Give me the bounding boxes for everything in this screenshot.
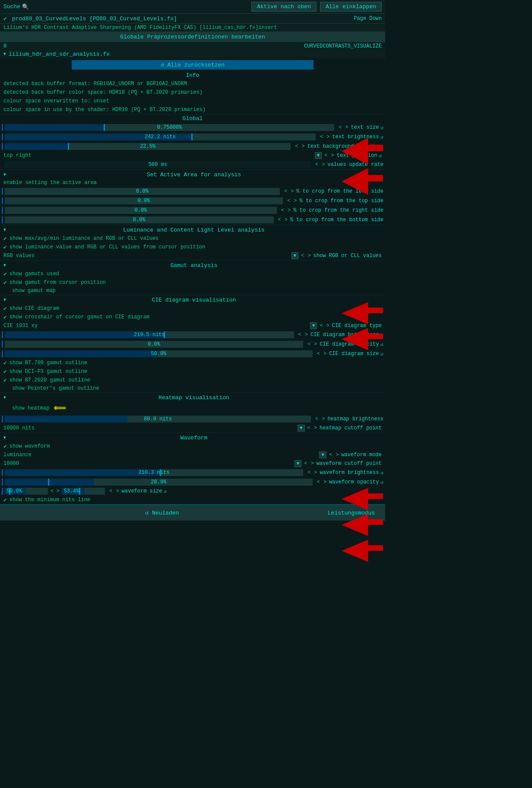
waveform-opacity-increase[interactable]: > (323, 479, 327, 485)
waveform-cutoff-value: 10000 (3, 461, 19, 467)
cie-brightness-decrease[interactable]: < (298, 332, 302, 338)
crop-top-track[interactable]: 0.0% (5, 197, 283, 204)
waveform-size-ctrl-decrease[interactable]: < (108, 488, 113, 494)
text-bg-decrease[interactable]: < (294, 143, 299, 149)
waveform-cutoff-dropdown[interactable]: ▼ (294, 460, 302, 467)
cie-brightness-increase[interactable]: > (304, 332, 309, 338)
heatmap-brightness-decrease[interactable]: < (314, 416, 319, 422)
performance-button[interactable]: Leistungsmodus (321, 508, 382, 518)
crop-bottom-decrease[interactable]: < (277, 217, 282, 223)
waveform-size-ctrl-increase[interactable]: > (115, 488, 120, 494)
text-bg-reset[interactable]: ↺ (380, 144, 383, 149)
crop-top-decrease[interactable]: < (286, 198, 291, 204)
dcip3-row: ✔ show DCI-P3 gamut outline (0, 367, 385, 376)
text-position-increase[interactable]: > (330, 153, 335, 159)
text-brightness-reset[interactable]: ↺ (380, 134, 383, 140)
active-top-button[interactable]: Aktive nach oben (251, 2, 317, 12)
enable-active-area-row: enable setting the active area (0, 179, 385, 187)
rgb-decrease[interactable]: < (300, 253, 305, 259)
crop-left-increase[interactable]: > (290, 188, 294, 194)
cie-brightness-reset[interactable]: ↺ (380, 332, 383, 338)
waveform-header-row: ▼ Waveform (0, 434, 385, 442)
reload-button[interactable]: ↺ Neuladen (3, 508, 321, 518)
text-position-reset[interactable]: ↺ (379, 153, 382, 159)
text-size-track[interactable]: 0.75000% (5, 124, 334, 131)
waveform-opacity-decrease[interactable]: < (316, 479, 321, 485)
file-title: ✔ prod80_03_CurvedLevels [PD80_03_Curved… (3, 15, 177, 22)
heatmap-brightness-increase[interactable]: > (321, 416, 326, 422)
text-bg-label: text background opacity (307, 143, 379, 149)
waveform-brightness-decrease[interactable]: < (307, 470, 311, 476)
text-bg-opacity-row: 22.5% < > text background opacity ↺ (0, 142, 385, 151)
waveform-header: Waveform (6, 435, 382, 441)
bottom-bar: ↺ Neuladen Leistungsmodus (0, 504, 385, 521)
heatmap-cutoff-decrease[interactable]: < (307, 425, 311, 431)
text-position-dropdown[interactable]: ▼ (315, 152, 322, 159)
waveform-mode-decrease[interactable]: < (328, 452, 333, 458)
text-position-decrease[interactable]: < (323, 153, 328, 159)
heatmap-cutoff-dropdown[interactable]: ▼ (298, 425, 305, 432)
waveform-opacity-controls: < > waveform opacity ↺ (316, 479, 383, 485)
waveform-mode-increase[interactable]: > (335, 452, 339, 458)
crop-left-track[interactable]: 0.0% (5, 188, 280, 195)
cie-opacity-decrease[interactable]: < (307, 341, 311, 347)
waveform-size-decrease[interactable]: < (50, 488, 54, 494)
waveform-size-left-track[interactable]: 50.0% (5, 488, 48, 495)
reset-all-button[interactable]: ↺ Alle zurücksetzen (72, 60, 314, 70)
active-area-header: Set Active Area for analysis (6, 172, 382, 178)
crop-bottom-controls: < > % to crop from the bottom side (277, 217, 383, 223)
cie-type-dropdown[interactable]: ▼ (310, 322, 317, 329)
cie-opacity-increase[interactable]: > (313, 341, 318, 347)
heatmap-cutoff-increase[interactable]: > (313, 425, 318, 431)
collapse-all-button[interactable]: Alle einklappen (320, 2, 382, 12)
text-position-controls: ▼ < > text position ↺ (315, 152, 382, 159)
cie-type-increase[interactable]: > (326, 323, 330, 329)
waveform-cutoff-decrease[interactable]: < (303, 461, 308, 467)
waveform-size-reset[interactable]: ↺ (164, 489, 167, 494)
waveform-opacity-track[interactable]: 28.9% (5, 479, 313, 486)
text-bg-opacity-controls: < > text background opacity ↺ (294, 143, 383, 149)
text-bg-increase[interactable]: > (301, 143, 306, 149)
crop-right-track[interactable]: 0.0% (5, 207, 277, 214)
collapse-fx-icon[interactable]: ▼ (3, 52, 6, 57)
text-size-controls: < > text size ↺ (338, 124, 383, 130)
text-brightness-track[interactable]: 242.2 nits (5, 133, 316, 140)
waveform-cutoff-increase[interactable]: > (310, 461, 315, 467)
heatmap-brightness-track[interactable]: 80.0 nits (5, 416, 311, 423)
waveform-brightness-increase[interactable]: > (313, 470, 318, 476)
waveform-size-right-track[interactable]: 53.4% (62, 488, 105, 495)
waveform-opacity-reset[interactable]: ↺ (380, 480, 383, 485)
values-update-track[interactable]: 500 ms (5, 161, 311, 168)
cie-size-decrease[interactable]: < (316, 351, 321, 357)
crop-right-decrease[interactable]: < (280, 207, 285, 213)
waveform-brightness-reset[interactable]: ↺ (380, 470, 383, 476)
text-brightness-increase[interactable]: > (326, 134, 330, 140)
rgb-increase[interactable]: > (307, 253, 311, 259)
cie-opacity-track[interactable]: 0.0% (5, 341, 303, 348)
crop-right-increase[interactable]: > (287, 207, 291, 213)
cie-type-decrease[interactable]: < (319, 323, 323, 329)
rgb-dropdown[interactable]: ▼ (291, 252, 299, 259)
search-icon[interactable]: 🔍 (22, 3, 29, 10)
crop-left-decrease[interactable]: < (283, 188, 288, 194)
text-bg-opacity-track[interactable]: 22.5% (5, 143, 291, 150)
waveform-brightness-track[interactable]: 210.3 nits (5, 469, 303, 476)
crop-bottom-track[interactable]: 0.0% (5, 216, 274, 223)
waveform-mode-dropdown[interactable]: ▼ (319, 451, 326, 458)
text-size-reset[interactable]: ↺ (380, 125, 383, 130)
waveform-size-increase[interactable]: > (55, 488, 60, 494)
text-size-decrease[interactable]: < (338, 124, 342, 130)
text-brightness-decrease[interactable]: < (319, 134, 324, 140)
values-decrease[interactable]: < (314, 162, 319, 168)
text-bg-opacity-bar (2, 143, 3, 150)
text-size-increase[interactable]: > (344, 124, 349, 130)
values-increase[interactable]: > (321, 162, 326, 168)
cie-size-track[interactable]: 50.0% (5, 350, 313, 357)
crop-bottom-increase[interactable]: > (284, 217, 288, 223)
text-size-value: 0.75000% (157, 124, 182, 130)
crop-top-increase[interactable]: > (293, 198, 298, 204)
cie-size-increase[interactable]: > (323, 351, 327, 357)
cie-brightness-track[interactable]: 219.5 nits (5, 331, 294, 338)
cie-size-reset[interactable]: ↺ (380, 351, 383, 357)
cie-opacity-reset[interactable]: ↺ (380, 342, 383, 347)
